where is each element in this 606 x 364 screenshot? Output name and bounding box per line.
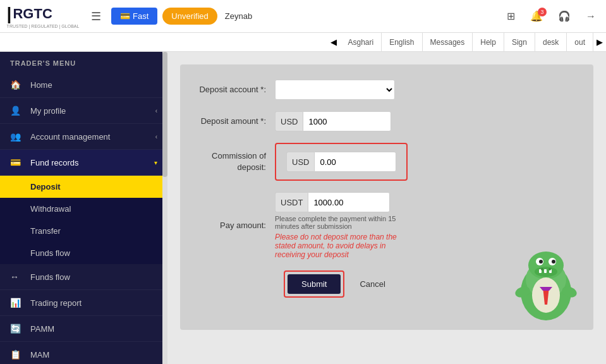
subnav-sign[interactable]: Sign bbox=[504, 33, 535, 51]
deposit-form: Deposit account *: Deposit amount *: USD bbox=[180, 64, 593, 330]
logo-text: RGTC bbox=[13, 6, 52, 22]
logo-sub: TRUSTED | REGULATED | GLOBAL bbox=[7, 24, 80, 28]
submit-button[interactable]: Submit bbox=[288, 274, 341, 294]
fast-button[interactable]: 💳 Fast bbox=[111, 8, 157, 25]
subnav-desk[interactable]: desk bbox=[535, 33, 567, 51]
deposit-account-label: Deposit account *: bbox=[199, 84, 275, 95]
svg-point-6 bbox=[552, 260, 555, 264]
profile-arrow: ‹ bbox=[155, 107, 157, 114]
commission-label: Commission of deposit: bbox=[199, 150, 275, 173]
sidebar-fundsflow-label: Funds flow bbox=[30, 272, 157, 282]
subnav: ◀ Asghari English Messages Help Sign des… bbox=[0, 33, 606, 52]
fund-records-submenu: Deposit Withdrawal Transfer Funds flow bbox=[0, 176, 167, 264]
unverified-button[interactable]: Unverified bbox=[162, 8, 217, 25]
grid-icon[interactable]: ⊞ bbox=[502, 8, 520, 25]
commission-currency: USD bbox=[286, 152, 314, 172]
subitem-funds-flow[interactable]: Funds flow bbox=[0, 242, 167, 264]
cancel-button[interactable]: Cancel bbox=[355, 274, 390, 294]
sidebar-scroll-thumb bbox=[162, 52, 167, 177]
deposit-amount-input-group: USD bbox=[275, 111, 391, 131]
svg-point-16 bbox=[541, 268, 543, 270]
sidebar-mam-label: MAM bbox=[30, 350, 157, 360]
sidebar-item-fund-records[interactable]: 💳 Fund records ▾ bbox=[0, 150, 167, 176]
sidebar-item-pamm[interactable]: 🔄 PAMM bbox=[0, 316, 167, 342]
deposit-account-select[interactable] bbox=[275, 80, 395, 100]
sidebar-item-funds-flow[interactable]: ↔ Funds flow bbox=[0, 264, 167, 290]
sidebar-item-trading-report[interactable]: 📊 Trading report bbox=[0, 290, 167, 316]
main-body: TRADER'S MENU 🏠 Home 👤 My profile ‹ 👥 Ac… bbox=[0, 52, 606, 364]
navbar: | RGTC TRUSTED | REGULATED | GLOBAL ☰ 💳 … bbox=[0, 0, 606, 33]
subnav-asghari[interactable]: Asghari bbox=[340, 33, 382, 51]
deposit-account-select-wrapper bbox=[275, 80, 395, 100]
subnav-messages[interactable]: Messages bbox=[423, 33, 473, 51]
pay-amount-label: Pay amount: bbox=[199, 220, 275, 231]
signout-icon[interactable]: → bbox=[581, 8, 601, 25]
content-area: Deposit account *: Deposit amount *: USD bbox=[167, 52, 606, 364]
deposit-amount-input[interactable] bbox=[303, 111, 391, 131]
fund-records-arrow: ▾ bbox=[154, 159, 157, 166]
mascot bbox=[505, 241, 587, 324]
fund-records-icon: 💳 bbox=[10, 157, 24, 167]
mascot-svg bbox=[505, 241, 587, 324]
commission-box: USD bbox=[275, 143, 408, 181]
home-icon: 🏠 bbox=[10, 80, 24, 90]
logo: | RGTC TRUSTED | REGULATED | GLOBAL bbox=[5, 4, 81, 28]
svg-point-5 bbox=[539, 260, 543, 264]
deposit-amount-currency: USD bbox=[275, 111, 303, 131]
commission-row: Commission of deposit: USD bbox=[199, 143, 574, 181]
sidebar-scrollbar bbox=[162, 52, 167, 364]
sidebar-tradingreport-label: Trading report bbox=[30, 298, 157, 308]
headphone-icon[interactable]: 🎧 bbox=[553, 8, 576, 25]
sidebar-fundrecords-label: Fund records bbox=[30, 158, 154, 167]
sidebar: TRADER'S MENU 🏠 Home 👤 My profile ‹ 👥 Ac… bbox=[0, 52, 167, 364]
profile-icon: 👤 bbox=[10, 106, 24, 116]
pamm-icon: 🔄 bbox=[10, 324, 24, 334]
sidebar-item-my-profile[interactable]: 👤 My profile ‹ bbox=[0, 98, 167, 124]
mam-icon: 📋 bbox=[10, 349, 24, 360]
sidebar-account-label: Account management bbox=[30, 132, 155, 142]
subitem-deposit[interactable]: Deposit bbox=[0, 176, 167, 198]
fast-icon: 💳 bbox=[120, 11, 130, 21]
pay-input-row: USDT bbox=[275, 192, 401, 212]
trader-menu-label: TRADER'S MENU bbox=[0, 52, 167, 72]
notification-badge: 3 bbox=[538, 8, 547, 16]
account-icon: 👥 bbox=[10, 131, 24, 142]
deposit-amount-label: Deposit amount *: bbox=[199, 116, 275, 127]
bell-icon[interactable]: 🔔 3 bbox=[525, 8, 548, 25]
username-label: Zeynab bbox=[225, 11, 252, 21]
subnav-scroll-right[interactable]: ▶ bbox=[593, 37, 606, 47]
trading-report-icon: 📊 bbox=[10, 298, 24, 308]
svg-rect-9 bbox=[544, 269, 547, 273]
submit-box: Submit bbox=[284, 270, 344, 298]
hamburger-button[interactable]: ☰ bbox=[86, 7, 106, 26]
account-arrow: ‹ bbox=[155, 133, 157, 140]
funds-flow-icon: ↔ bbox=[10, 272, 24, 282]
sidebar-item-mam[interactable]: 📋 MAM bbox=[0, 342, 167, 364]
subitem-withdrawal[interactable]: Withdrawal bbox=[0, 198, 167, 220]
subnav-out[interactable]: out bbox=[567, 33, 593, 51]
sidebar-item-account-management[interactable]: 👥 Account management ‹ bbox=[0, 124, 167, 150]
subitem-transfer[interactable]: Transfer bbox=[0, 220, 167, 242]
pay-currency: USDT bbox=[275, 192, 308, 212]
pay-note: Please complete the payment within 15 mi… bbox=[275, 215, 401, 230]
sidebar-item-home[interactable]: 🏠 Home bbox=[0, 72, 167, 98]
deposit-amount-row: Deposit amount *: USD bbox=[199, 111, 574, 131]
sidebar-myprofile-label: My profile bbox=[30, 106, 155, 116]
sidebar-home-label: Home bbox=[30, 80, 157, 90]
sidebar-pamm-label: PAMM bbox=[30, 324, 157, 334]
subnav-help[interactable]: Help bbox=[473, 33, 504, 51]
subnav-scroll-left[interactable]: ◀ bbox=[327, 37, 340, 47]
pay-warning: Please do not deposit more than the stat… bbox=[275, 233, 401, 259]
deposit-account-row: Deposit account *: bbox=[199, 80, 574, 100]
subnav-english[interactable]: English bbox=[382, 33, 422, 51]
pay-section: USDT Please complete the payment within … bbox=[275, 192, 401, 259]
commission-input[interactable] bbox=[314, 152, 396, 172]
commission-inner: USD bbox=[286, 152, 396, 172]
svg-point-17 bbox=[548, 268, 551, 270]
pay-amount-input[interactable] bbox=[308, 192, 390, 212]
